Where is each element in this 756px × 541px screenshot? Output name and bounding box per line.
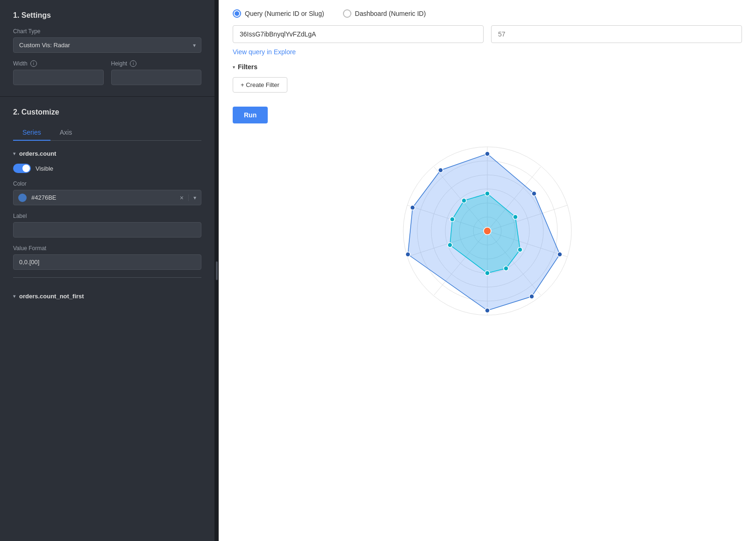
query-radio-icon[interactable] [233,9,241,18]
svg-point-24 [438,168,443,173]
series2-name: orders.count_not_first [19,293,84,300]
dimensions-row: Width i Height i [13,60,201,85]
height-info-icon[interactable]: i [130,60,136,67]
width-info-icon[interactable]: i [30,60,37,67]
customize-section: 2. Customize Series Axis ▾ orders.count … [0,97,214,541]
tab-series[interactable]: Series [13,125,50,141]
svg-point-18 [532,191,536,196]
svg-point-17 [485,151,490,156]
label-field-label: Label [13,213,201,219]
series-divider [13,277,201,278]
height-group: Height i [111,60,202,85]
customize-tabs: Series Axis [13,125,201,141]
query-input-row [233,25,742,43]
dashboard-id-input[interactable] [491,25,742,43]
right-panel: Query (Numeric ID or Slug) Dashboard (Nu… [219,0,756,541]
chart-type-wrapper: Custom Vis: Radar ▾ [13,37,201,53]
height-label-row: Height i [111,60,202,67]
query-radio-label: Query (Numeric ID or Slug) [245,10,324,17]
filters-title: Filters [238,63,257,71]
color-label: Color [13,180,201,187]
svg-point-31 [448,243,452,247]
filters-section: ▾ Filters + Create Filter [233,63,742,93]
svg-point-30 [485,271,490,275]
panel-divider [215,0,219,541]
series-chevron-icon: ▾ [13,151,15,156]
view-explore-link[interactable]: View query in Explore [233,48,296,56]
chart-type-label: Chart Type [13,28,201,35]
chart-type-select[interactable]: Custom Vis: Radar [13,37,201,53]
series-name: orders.count [19,150,56,157]
left-panel: 1. Settings Chart Type Custom Vis: Radar… [0,0,215,541]
create-filter-button[interactable]: + Create Filter [233,77,287,93]
svg-point-22 [406,252,410,257]
visible-label: Visible [36,165,53,172]
filters-chevron-icon: ▾ [233,65,235,70]
svg-point-21 [485,308,490,313]
tab-axis[interactable]: Axis [50,125,81,141]
settings-title: 1. Settings [13,11,201,20]
series-orders-count-not-first-header[interactable]: ▾ orders.count_not_first [13,285,201,303]
visible-toggle[interactable] [13,164,31,173]
svg-point-33 [462,198,466,203]
series2-chevron-icon: ▾ [13,294,15,299]
customize-title: 2. Customize [13,108,201,116]
width-input[interactable] [13,70,104,85]
svg-point-34 [484,227,491,235]
value-format-input[interactable] [13,254,201,270]
color-clear-icon[interactable]: × [175,194,188,202]
width-label-row: Width i [13,60,104,67]
svg-point-27 [513,215,518,219]
color-swatch[interactable] [18,194,27,202]
series-orders-count-header[interactable]: ▾ orders.count [13,150,201,157]
svg-point-23 [410,205,415,210]
run-button[interactable]: Run [233,107,268,123]
svg-point-32 [450,217,455,222]
color-input-wrapper: × ▾ [13,190,201,205]
query-radio-option[interactable]: Query (Numeric ID or Slug) [233,9,324,18]
svg-point-19 [557,252,562,257]
series-orders-count: ▾ orders.count Visible Color × ▾ Label V… [13,150,201,270]
dashboard-radio-label: Dashboard (Numeric ID) [355,10,426,17]
color-value-input[interactable] [27,190,175,205]
radar-chart [375,133,599,329]
chart-area [233,123,742,339]
height-input[interactable] [111,70,202,85]
query-id-input[interactable] [233,25,484,43]
label-input[interactable] [13,222,201,238]
svg-point-20 [529,294,534,299]
drag-handle[interactable] [216,261,218,280]
color-dropdown-icon[interactable]: ▾ [188,195,201,201]
dashboard-radio-icon[interactable] [343,9,351,18]
svg-point-26 [485,191,490,196]
svg-point-28 [518,247,522,252]
visible-row: Visible [13,164,201,173]
value-format-label: Value Format [13,245,201,252]
dashboard-radio-option[interactable]: Dashboard (Numeric ID) [343,9,426,18]
radio-row: Query (Numeric ID or Slug) Dashboard (Nu… [233,9,742,18]
settings-section: 1. Settings Chart Type Custom Vis: Radar… [0,0,214,97]
svg-point-29 [504,266,508,271]
width-group: Width i [13,60,104,85]
right-panel-inner: Query (Numeric ID or Slug) Dashboard (Nu… [219,0,756,541]
filters-header[interactable]: ▾ Filters [233,63,742,71]
